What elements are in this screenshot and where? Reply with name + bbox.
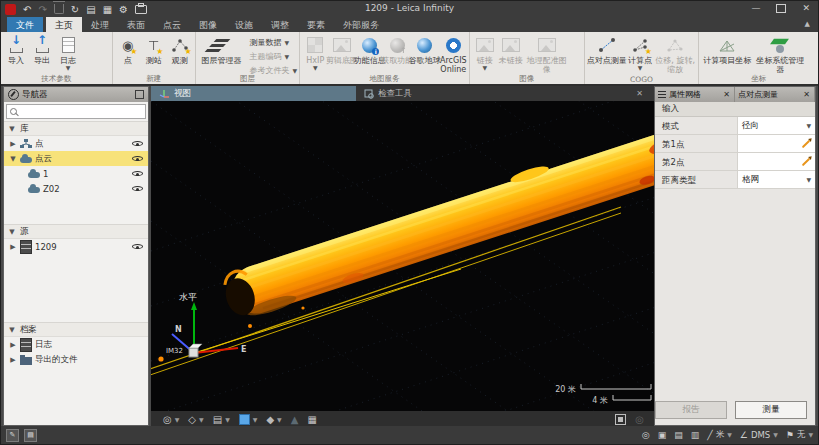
tree-item-exported-files[interactable]: ▶ 导出的文件 [4, 352, 148, 367]
export-button[interactable]: ↑ 导出 [29, 34, 55, 65]
unit-selector[interactable]: ╱ 米 ▼ [707, 429, 732, 441]
delete-icon[interactable] [54, 4, 64, 14]
visibility-eye-icon[interactable] [132, 184, 143, 193]
orbit-button[interactable]: ◎ [635, 414, 644, 425]
view-orientation-dropdown[interactable]: ◎▼ [163, 414, 179, 425]
tab-point-to-point[interactable]: 点对点测量 ✕ [735, 87, 815, 102]
pick-point-pencil-icon[interactable] [802, 157, 810, 165]
tab-infrastructure[interactable]: 设施 [226, 17, 262, 32]
tree-item-source-1209[interactable]: ▶ 1209 [4, 239, 148, 254]
tree-item-points[interactable]: ▶ 点 [4, 136, 148, 151]
survey-data-menu[interactable]: 测量数据 ▼ [250, 37, 298, 48]
distance-type-select[interactable]: 格网 ▼ [737, 171, 815, 188]
status-edit-icon[interactable]: ✎ [6, 429, 19, 442]
tab-surfaces[interactable]: 表面 [118, 17, 154, 32]
apps-grid-icon[interactable]: ▦ [103, 4, 112, 15]
hxip-button[interactable]: HxIP ▼ [302, 34, 328, 71]
compute-project-coordinates-button[interactable]: 计算项目坐标 [701, 34, 753, 65]
new-station-button[interactable]: ⊥★ 测站 [141, 34, 167, 65]
measure-button[interactable]: 测量 [735, 401, 807, 419]
print-icon[interactable] [135, 5, 147, 14]
get-features-button[interactable]: 获取功能 [383, 34, 411, 65]
tree-item-cloud-z02[interactable]: Z02 [4, 181, 148, 196]
tab-imaging[interactable]: 图像 [190, 17, 226, 32]
tab-external-services[interactable]: 外部服务 [334, 17, 388, 32]
point-to-point-measure-button[interactable]: 点对点测量 [587, 34, 627, 65]
point1-input[interactable] [737, 135, 815, 152]
expand-icon[interactable]: ▶ [9, 341, 17, 349]
paint-style-dropdown[interactable]: ◆▼ [266, 414, 281, 425]
visibility-eye-icon[interactable] [132, 169, 143, 178]
unlink-image-button[interactable]: 未链接 [498, 34, 524, 65]
tab-features[interactable]: 要素 [298, 17, 334, 32]
maximize-button[interactable] [776, 4, 786, 13]
shift-rotate-scale-button[interactable]: 位移, 旋转, 缩放 [653, 34, 697, 74]
tab-adjustments[interactable]: 调整 [262, 17, 298, 32]
google-earth-button[interactable]: 谷歌地球 [411, 34, 439, 65]
settings-gear-icon[interactable]: ⚙ [119, 4, 128, 15]
visibility-eye-icon[interactable] [132, 139, 143, 148]
close-document-icon[interactable]: ✕ [636, 89, 648, 98]
close-panel-icon[interactable]: ✕ [722, 90, 731, 99]
navigator-search[interactable] [6, 104, 146, 119]
report-button[interactable]: 报告 [655, 401, 727, 419]
tab-inspect-tools[interactable]: 检查工具 ✕ [356, 86, 656, 101]
tab-pointclouds[interactable]: 点云 [154, 17, 190, 32]
clip-basemap-button[interactable]: 剪辑底图 [328, 34, 356, 65]
arcgis-online-button[interactable]: ArcGIS Online [439, 34, 468, 74]
close-panel-icon[interactable]: ✕ [802, 90, 811, 99]
surface-toggle[interactable]: ▲ [291, 414, 299, 425]
close-button[interactable]: ✕ [802, 3, 810, 13]
expand-icon[interactable]: ▶ [9, 243, 17, 251]
tree-section-sources[interactable]: ▼ 源 [4, 224, 148, 239]
render-mode-dropdown[interactable]: ◇▼ [188, 414, 203, 425]
display-layers-dropdown[interactable]: ▤▼ [213, 414, 230, 425]
visibility-eye-icon[interactable] [132, 242, 143, 251]
layer-manager-button[interactable]: 图层管理器 [198, 34, 246, 65]
search-input[interactable] [20, 107, 142, 117]
point2-input[interactable] [737, 153, 815, 170]
thematic-codes-menu[interactable]: 主题编码 ▼ [250, 51, 298, 62]
status-compass-icon[interactable]: ◎ [642, 430, 650, 440]
grid-toggle[interactable]: ▦ [307, 414, 316, 425]
angle-format-selector[interactable]: ∠ DMS ▼ [740, 430, 778, 440]
import-button[interactable]: ↓ 导入 [3, 34, 29, 65]
mode-select[interactable]: 径向 ▼ [737, 117, 815, 134]
new-observation-button[interactable]: ★ 观测 [167, 34, 193, 65]
collapse-icon[interactable]: ▼ [9, 155, 17, 163]
tree-item-cloud-1[interactable]: 1 [4, 166, 148, 181]
collapse-ribbon-icon[interactable]: ▲ [805, 20, 810, 28]
visibility-eye-icon[interactable] [132, 154, 143, 163]
expand-icon[interactable]: ▶ [9, 356, 17, 364]
tree-section-objects[interactable]: ▼ 库 [4, 121, 148, 136]
export-report-icon[interactable]: ▤ [86, 4, 95, 15]
tab-view-3d[interactable]: 视图 [151, 86, 356, 101]
pick-point-pencil-icon[interactable] [802, 139, 810, 147]
status-notes-icon[interactable]: ▤ [24, 429, 37, 442]
status-panel-icon[interactable]: ▣ [658, 430, 667, 440]
feature-info-button[interactable]: 功能信息 [356, 34, 384, 65]
tab-processing[interactable]: 处理 [82, 17, 118, 32]
status-list-icon[interactable]: ▤ [674, 430, 683, 440]
viewport-3d[interactable]: 水平 N E IM32 20 米 4 米 [151, 101, 656, 411]
zoom-fit-button[interactable] [615, 414, 626, 425]
link-image-button[interactable]: 链接 ▼ [472, 34, 498, 71]
redo-icon[interactable]: ↷ [38, 4, 46, 15]
expand-icon[interactable]: ▶ [9, 140, 17, 148]
tree-item-pointclouds[interactable]: ▼ 点云 [4, 151, 148, 166]
status-layers-icon[interactable]: ▥ [691, 430, 700, 440]
coordinate-system-manager-button[interactable]: 坐标系统管理器 [753, 34, 807, 74]
georeferenced-image-button[interactable]: 地理配准图像 [524, 34, 570, 74]
minimize-button[interactable]: — [751, 3, 760, 13]
tree-item-logs[interactable]: ▶ 日志 [4, 337, 148, 352]
undock-panel-icon[interactable] [135, 90, 144, 99]
pointcloud-style-dropdown[interactable]: ▼ [239, 414, 258, 425]
log-button[interactable]: 日志 ▼ [55, 34, 81, 71]
compute-point-button[interactable]: ★ 计算点 ▼ [627, 34, 653, 71]
snap-selector[interactable]: ⚑ 无 ▼ [786, 429, 813, 441]
tunnel-pointcloud[interactable] [217, 116, 656, 324]
tab-property-grid[interactable]: 属性网格 ✕ [655, 87, 735, 102]
tab-file[interactable]: 文件 [7, 17, 43, 32]
new-point-button[interactable]: ◉★ 点 [115, 34, 141, 65]
refresh-icon[interactable]: ↻ [71, 4, 79, 15]
